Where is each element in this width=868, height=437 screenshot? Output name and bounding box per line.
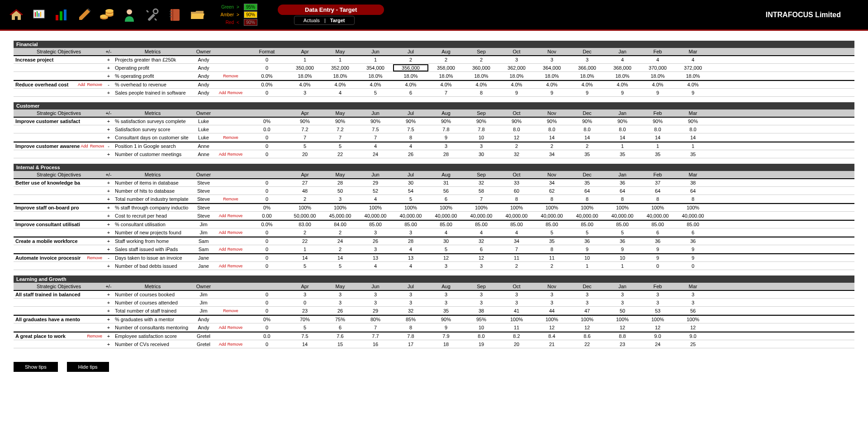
value-cell[interactable]: 41 bbox=[499, 307, 534, 314]
value-cell[interactable]: 7.5 bbox=[287, 332, 323, 340]
value-cell[interactable]: 90% bbox=[393, 118, 428, 125]
value-cell[interactable]: 100% bbox=[605, 316, 640, 323]
remove-metric-link[interactable]: Remove bbox=[223, 197, 238, 201]
value-cell[interactable]: 15 bbox=[323, 341, 358, 348]
edit-pencil-icon[interactable] bbox=[77, 8, 91, 22]
value-cell[interactable]: 366,000 bbox=[569, 64, 605, 71]
value-cell[interactable]: 3 bbox=[499, 291, 534, 298]
value-cell[interactable]: 18.0% bbox=[358, 72, 393, 80]
value-cell[interactable]: 7 bbox=[499, 246, 534, 253]
value-cell[interactable]: 7.2 bbox=[323, 126, 358, 133]
value-cell[interactable]: 11 bbox=[499, 324, 534, 331]
value-cell[interactable]: 26 bbox=[323, 307, 358, 314]
value-cell[interactable]: 9 bbox=[605, 246, 640, 253]
value-cell[interactable]: 12 bbox=[534, 324, 569, 331]
value-cell[interactable]: 35 bbox=[675, 151, 711, 158]
value-cell[interactable]: 9 bbox=[640, 254, 675, 261]
value-cell[interactable]: 1 bbox=[323, 56, 358, 63]
value-cell[interactable]: 100% bbox=[358, 204, 393, 211]
value-cell[interactable]: 8.0 bbox=[640, 126, 675, 133]
value-cell[interactable]: 36 bbox=[605, 238, 640, 245]
value-cell[interactable]: 18.0% bbox=[640, 72, 675, 80]
value-cell[interactable]: 2 bbox=[569, 142, 605, 150]
value-cell[interactable]: 18.0% bbox=[323, 72, 358, 80]
value-cell[interactable]: 5 bbox=[358, 89, 393, 96]
value-cell[interactable]: 58 bbox=[464, 187, 499, 195]
notebook-icon[interactable] bbox=[167, 8, 182, 22]
value-cell[interactable]: 8 bbox=[464, 89, 499, 96]
value-cell[interactable]: 90% bbox=[464, 118, 499, 125]
value-cell[interactable]: 9 bbox=[675, 254, 711, 261]
value-cell[interactable]: 8.0 bbox=[605, 126, 640, 133]
value-cell[interactable]: 9 bbox=[499, 89, 534, 96]
value-cell[interactable]: 2 bbox=[534, 142, 569, 150]
value-cell[interactable]: 85.00 bbox=[534, 221, 569, 228]
value-cell[interactable]: 12 bbox=[569, 324, 605, 331]
value-cell[interactable]: 3 bbox=[534, 56, 569, 63]
value-cell[interactable]: 4.0% bbox=[640, 81, 675, 88]
chart-presentation-icon[interactable] bbox=[32, 8, 46, 22]
value-cell[interactable]: 3 bbox=[323, 299, 358, 306]
value-cell[interactable]: 100% bbox=[428, 204, 464, 211]
value-cell[interactable]: 33 bbox=[499, 179, 534, 186]
value-cell[interactable]: 5 bbox=[393, 195, 428, 203]
value-cell[interactable]: 85.00 bbox=[675, 221, 711, 228]
value-cell[interactable]: 14 bbox=[569, 134, 605, 141]
value-cell[interactable]: 3 bbox=[464, 262, 499, 270]
value-cell[interactable]: 4 bbox=[323, 89, 358, 96]
value-cell[interactable]: 9 bbox=[675, 89, 711, 96]
value-cell[interactable]: 40,000.00 bbox=[640, 212, 675, 219]
value-cell[interactable]: 35 bbox=[428, 307, 464, 314]
value-cell[interactable]: 8 bbox=[393, 324, 428, 331]
remove-metric-link[interactable]: Remove bbox=[223, 74, 238, 78]
value-cell[interactable]: 4.0% bbox=[569, 81, 605, 88]
value-cell[interactable]: 7 bbox=[358, 324, 393, 331]
value-cell[interactable]: 29 bbox=[358, 307, 393, 314]
remove-metric-link[interactable]: Remove bbox=[228, 325, 243, 330]
value-cell[interactable]: 7 bbox=[287, 134, 323, 141]
value-cell[interactable]: 18.0% bbox=[499, 72, 534, 80]
value-cell[interactable]: 2 bbox=[323, 246, 358, 253]
show-tips-button[interactable]: Show tips bbox=[14, 362, 58, 372]
value-cell[interactable]: 35 bbox=[640, 151, 675, 158]
value-cell[interactable]: 100% bbox=[640, 316, 675, 323]
value-cell[interactable]: 9 bbox=[640, 89, 675, 96]
rag-amber-value[interactable]: 90% bbox=[244, 11, 257, 18]
value-cell[interactable]: 3 bbox=[428, 142, 464, 150]
value-cell[interactable]: 90% bbox=[605, 118, 640, 125]
value-cell[interactable]: 4.0% bbox=[358, 81, 393, 88]
value-cell[interactable]: 3 bbox=[358, 291, 393, 298]
value-cell[interactable]: 4 bbox=[358, 195, 393, 203]
add-objective-link[interactable]: Add bbox=[78, 82, 85, 87]
value-cell[interactable]: 31 bbox=[428, 179, 464, 186]
value-cell[interactable]: 85% bbox=[393, 316, 428, 323]
value-cell[interactable]: 14 bbox=[605, 134, 640, 141]
value-cell[interactable]: 7.8 bbox=[428, 126, 464, 133]
value-cell[interactable]: 85.00 bbox=[464, 221, 499, 228]
value-cell[interactable]: 358,000 bbox=[428, 64, 464, 71]
value-cell[interactable]: 22 bbox=[569, 341, 605, 348]
value-cell[interactable]: 4 bbox=[640, 56, 675, 63]
value-cell[interactable]: 100% bbox=[640, 204, 675, 211]
value-cell[interactable]: 40,000.00 bbox=[605, 212, 640, 219]
value-cell[interactable]: 64 bbox=[605, 187, 640, 195]
value-cell[interactable]: 100% bbox=[605, 204, 640, 211]
value-cell[interactable]: 2 bbox=[287, 195, 323, 203]
value-cell[interactable]: 11 bbox=[499, 254, 534, 261]
value-cell[interactable]: 23 bbox=[287, 307, 323, 314]
value-cell[interactable]: 13 bbox=[393, 254, 428, 261]
value-cell[interactable]: 14 bbox=[640, 134, 675, 141]
value-cell[interactable]: 100% bbox=[675, 204, 711, 211]
value-cell[interactable]: 360,000 bbox=[464, 64, 499, 71]
value-cell[interactable]: 3 bbox=[534, 291, 569, 298]
value-cell[interactable]: 80% bbox=[358, 316, 393, 323]
value-cell[interactable]: 3 bbox=[640, 291, 675, 298]
value-cell[interactable]: 8.2 bbox=[499, 332, 534, 340]
value-cell[interactable]: 7 bbox=[464, 195, 499, 203]
value-cell[interactable]: 8.0 bbox=[499, 126, 534, 133]
value-cell[interactable]: 100% bbox=[499, 204, 534, 211]
value-cell[interactable]: 40,000.00 bbox=[428, 212, 464, 219]
value-cell[interactable]: 38 bbox=[464, 307, 499, 314]
value-cell[interactable]: 7.8 bbox=[393, 332, 428, 340]
value-cell[interactable]: 1 bbox=[605, 262, 640, 270]
